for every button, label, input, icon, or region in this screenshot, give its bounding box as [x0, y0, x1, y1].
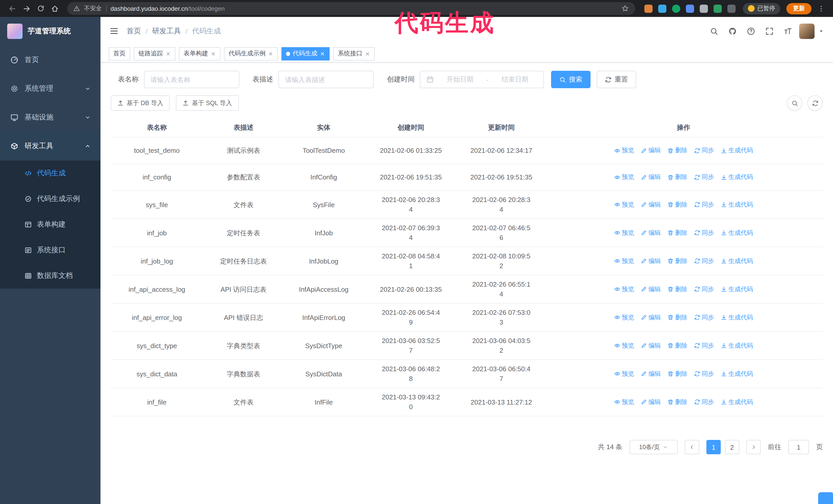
action-generate[interactable]: 生成代码 — [721, 312, 753, 322]
extension-icon-7[interactable] — [727, 4, 735, 13]
close-icon[interactable] — [166, 51, 171, 56]
action-edit[interactable]: 编辑 — [641, 284, 661, 294]
question-icon[interactable] — [747, 27, 755, 35]
action-preview[interactable]: 预览 — [614, 284, 634, 294]
extension-icon-3[interactable] — [672, 4, 680, 13]
close-icon[interactable] — [268, 51, 273, 56]
close-icon[interactable] — [365, 51, 370, 56]
update-button[interactable]: 更新 — [786, 3, 811, 14]
avatar-caret-icon[interactable] — [819, 28, 824, 33]
page-size-select[interactable]: 10条/页 — [629, 440, 678, 454]
action-delete[interactable]: 删除 — [667, 341, 687, 351]
action-preview[interactable]: 预览 — [614, 228, 634, 238]
tab-home[interactable]: 首页 — [109, 47, 130, 60]
search-icon[interactable] — [710, 27, 718, 35]
action-delete[interactable]: 删除 — [667, 369, 687, 379]
extension-icon-5[interactable] — [699, 4, 708, 13]
action-delete[interactable]: 删除 — [667, 256, 687, 266]
sidebar-toggle-icon[interactable] — [110, 27, 118, 35]
prev-page-button[interactable] — [685, 440, 699, 454]
action-preview[interactable]: 预览 — [614, 256, 634, 266]
browser-menu-icon[interactable] — [818, 5, 825, 12]
date-range-picker[interactable]: 开始日期 - 结束日期 — [420, 71, 544, 88]
bookmark-star-icon[interactable] — [621, 5, 629, 12]
action-preview[interactable]: 预览 — [614, 172, 634, 182]
sidebar-item-db-doc[interactable]: 数据库文档 — [0, 263, 100, 289]
address-bar[interactable]: 不安全 dashboard.yudao.iocoder.cn/tool/code… — [67, 2, 635, 15]
action-generate[interactable]: 生成代码 — [721, 256, 753, 266]
action-generate[interactable]: 生成代码 — [721, 228, 753, 238]
browser-back-icon[interactable] — [8, 4, 17, 13]
action-generate[interactable]: 生成代码 — [721, 200, 753, 210]
action-preview[interactable]: 预览 — [614, 146, 634, 155]
action-generate[interactable]: 生成代码 — [721, 146, 753, 155]
paused-badge[interactable]: 已暂停 — [742, 3, 780, 14]
sidebar-item-infra[interactable]: 基础设施 — [0, 103, 100, 132]
action-sync[interactable]: 同步 — [694, 397, 714, 407]
browser-forward-icon[interactable] — [23, 4, 31, 13]
action-edit[interactable]: 编辑 — [641, 312, 661, 322]
sidebar-item-api-doc[interactable]: 系统接口 — [0, 237, 100, 263]
action-generate[interactable]: 生成代码 — [721, 172, 753, 182]
table-desc-input[interactable] — [278, 71, 374, 88]
action-edit[interactable]: 编辑 — [641, 341, 661, 351]
action-sync[interactable]: 同步 — [694, 256, 714, 266]
action-edit[interactable]: 编辑 — [641, 172, 661, 182]
page-button-1[interactable]: 1 — [706, 440, 721, 454]
extension-icon-6[interactable] — [713, 4, 721, 13]
close-icon[interactable] — [320, 51, 325, 56]
sidebar-item-dev-tools[interactable]: 研发工具 — [0, 132, 100, 161]
tab-codegen-example[interactable]: 代码生成示例 — [224, 47, 278, 60]
action-generate[interactable]: 生成代码 — [721, 284, 753, 294]
action-preview[interactable]: 预览 — [614, 200, 634, 210]
action-sync[interactable]: 同步 — [694, 228, 714, 238]
tab-tracer[interactable]: 链路追踪 — [134, 47, 175, 60]
font-size-icon[interactable] — [784, 27, 792, 35]
sidebar-item-form-build[interactable]: 表单构建 — [0, 212, 100, 237]
browser-reload-icon[interactable] — [37, 5, 45, 12]
action-sync[interactable]: 同步 — [694, 172, 714, 182]
action-edit[interactable]: 编辑 — [641, 200, 661, 210]
toggle-search-button[interactable] — [787, 95, 802, 111]
action-edit[interactable]: 编辑 — [641, 146, 661, 155]
action-delete[interactable]: 删除 — [667, 228, 687, 238]
fullscreen-icon[interactable] — [765, 27, 774, 35]
logo[interactable]: 芋道管理系统 — [0, 17, 100, 46]
browser-home-icon[interactable] — [51, 4, 59, 13]
extension-icon-4[interactable] — [686, 4, 694, 13]
action-sync[interactable]: 同步 — [694, 312, 714, 322]
action-edit[interactable]: 编辑 — [641, 256, 661, 266]
goto-page-input[interactable] — [788, 440, 809, 454]
user-avatar[interactable] — [799, 23, 814, 39]
action-preview[interactable]: 预览 — [614, 369, 634, 379]
action-preview[interactable]: 预览 — [614, 397, 634, 407]
search-button[interactable]: 搜索 — [551, 71, 591, 88]
import-db-button[interactable]: 基于 DB 导入 — [111, 95, 170, 111]
action-generate[interactable]: 生成代码 — [721, 341, 753, 351]
action-delete[interactable]: 删除 — [667, 284, 687, 294]
close-icon[interactable] — [211, 51, 216, 56]
action-delete[interactable]: 删除 — [667, 200, 687, 210]
tab-api-doc[interactable]: 系统接口 — [333, 47, 375, 60]
table-name-input[interactable] — [144, 71, 239, 88]
reset-button[interactable]: 重置 — [597, 71, 636, 88]
action-delete[interactable]: 删除 — [667, 146, 687, 155]
floating-button[interactable] — [818, 492, 833, 504]
sidebar-item-codegen[interactable]: 代码生成 — [0, 161, 100, 186]
action-edit[interactable]: 编辑 — [641, 397, 661, 407]
breadcrumb-item[interactable]: 研发工具 — [152, 26, 181, 35]
sidebar-item-codegen-example[interactable]: 代码生成示例 — [0, 186, 100, 212]
next-page-button[interactable] — [746, 440, 761, 454]
action-sync[interactable]: 同步 — [694, 284, 714, 294]
tab-form-build[interactable]: 表单构建 — [179, 47, 220, 60]
refresh-table-button[interactable] — [807, 95, 823, 111]
action-sync[interactable]: 同步 — [694, 341, 714, 351]
action-delete[interactable]: 删除 — [667, 312, 687, 322]
action-preview[interactable]: 预览 — [614, 312, 634, 322]
sidebar-item-home[interactable]: 首页 — [0, 46, 100, 74]
action-preview[interactable]: 预览 — [614, 341, 634, 351]
action-sync[interactable]: 同步 — [694, 146, 714, 155]
breadcrumb-item[interactable]: 首页 — [127, 26, 141, 35]
action-delete[interactable]: 删除 — [667, 397, 687, 407]
action-edit[interactable]: 编辑 — [641, 228, 661, 238]
